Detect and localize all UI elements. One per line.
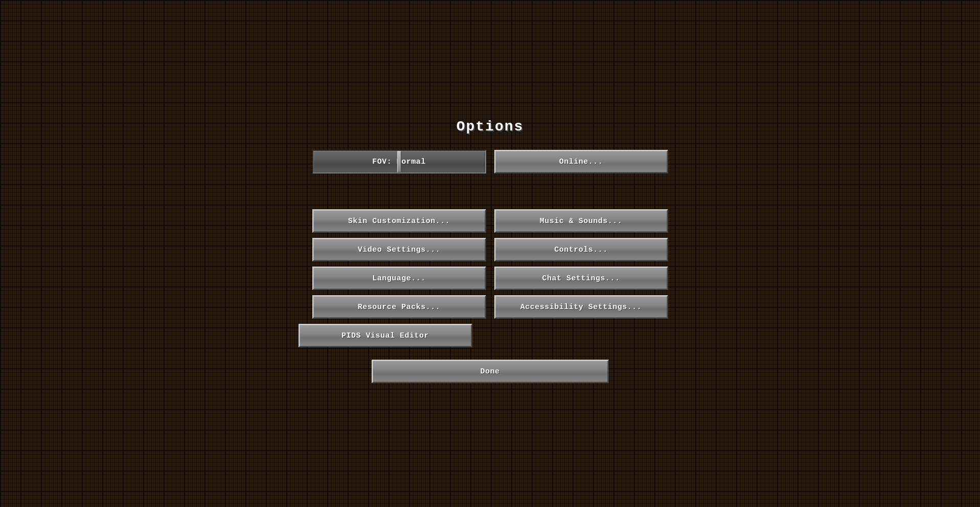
language-button[interactable]: Language... [312, 267, 486, 290]
row-3: Video Settings... Controls... [296, 238, 685, 261]
chat-settings-button[interactable]: Chat Settings... [494, 267, 668, 290]
fov-slider[interactable]: FOV: Normal [312, 150, 486, 173]
controls-button[interactable]: Controls... [494, 238, 668, 261]
row-2: Skin Customization... Music & Sounds... [296, 209, 685, 233]
row-5: Resource Packs... Accessibility Settings… [296, 295, 685, 319]
page-title: Options [457, 119, 524, 135]
row-1: FOV: Normal Online... [296, 150, 685, 173]
resource-packs-button[interactable]: Resource Packs... [312, 295, 486, 319]
options-panel: Options FOV: Normal Online... Skin Custo… [296, 119, 685, 388]
row-4: Language... Chat Settings... [296, 267, 685, 290]
done-button[interactable]: Done [372, 360, 609, 383]
row-6: PIDS Visual Editor [296, 324, 685, 347]
row-done: Done [296, 352, 685, 383]
skin-customization-button[interactable]: Skin Customization... [312, 209, 486, 233]
slider-handle [397, 151, 401, 172]
video-settings-button[interactable]: Video Settings... [312, 238, 486, 261]
online-button[interactable]: Online... [494, 150, 668, 173]
accessibility-settings-button[interactable]: Accessibility Settings... [494, 295, 668, 319]
pids-visual-editor-button[interactable]: PIDS Visual Editor [299, 324, 472, 347]
music-sounds-button[interactable]: Music & Sounds... [494, 209, 668, 233]
